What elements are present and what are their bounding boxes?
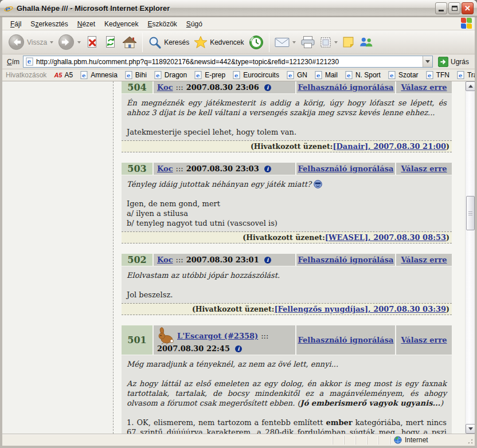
a5-logo-icon: A5 xyxy=(54,72,62,78)
quote-close: ) xyxy=(446,305,449,313)
links-bar-item-eurocircuits[interactable]: eEurocircuits xyxy=(233,71,279,79)
quote-prefix: (Hivatkozott üzenet: xyxy=(243,233,325,242)
print-icon xyxy=(300,36,315,49)
page-ie-icon: e xyxy=(25,57,34,66)
refresh-button[interactable] xyxy=(101,33,120,51)
search-label: Keresés xyxy=(164,38,189,46)
post-body: Én megnéznék egy játékmesterit is addig … xyxy=(122,94,452,140)
forward-dropdown-icon[interactable] xyxy=(77,41,81,44)
link-label: A5 xyxy=(64,71,73,79)
window-title: Ghalla Népe /// - Microsoft Internet Exp… xyxy=(17,4,434,13)
status-message-pane xyxy=(2,434,333,446)
quote-close: ) xyxy=(446,233,449,242)
links-bar-item-travian[interactable]: eTravian xyxy=(457,71,475,79)
address-dropdown-button[interactable] xyxy=(423,56,432,67)
links-bar-item-tfn[interactable]: eTFN xyxy=(426,71,449,79)
menu-fjl[interactable]: Fájl xyxy=(6,18,26,30)
info-icon[interactable]: i xyxy=(264,257,271,264)
quoted-message-link[interactable]: [WEASEL], 2007.08.30 08:53 xyxy=(325,233,446,242)
mail-button[interactable] xyxy=(272,35,298,50)
resize-grip[interactable] xyxy=(466,434,475,446)
status-pane xyxy=(333,436,344,445)
post-number: 503 xyxy=(122,163,153,175)
links-bar-item-nsport[interactable]: eN. Sport xyxy=(345,71,381,79)
history-button[interactable] xyxy=(247,33,266,52)
author-link[interactable]: Koc xyxy=(157,83,173,92)
links-bar-item-dragon[interactable]: eDragon xyxy=(154,71,187,79)
ignore-user-link[interactable]: Felhasználó ignorálása xyxy=(298,336,394,344)
quote-prefix: (Hivatkozott üzenet: xyxy=(192,305,275,313)
links-bar-item-gn[interactable]: eGN xyxy=(287,71,307,79)
info-icon[interactable]: i xyxy=(264,84,271,91)
status-pane xyxy=(378,436,390,445)
reply-link[interactable]: Válasz erre xyxy=(401,336,447,344)
links-bar-item-a5[interactable]: A5A5 xyxy=(54,71,73,79)
favorites-button[interactable]: Kedvencek xyxy=(191,34,246,51)
discuss-button[interactable] xyxy=(340,34,357,50)
title-bar[interactable]: e Ghalla Népe /// - Microsoft Internet E… xyxy=(0,0,477,17)
edit-page-button[interactable] xyxy=(318,35,340,50)
minimize-icon xyxy=(439,10,444,11)
minimize-button[interactable] xyxy=(435,2,447,14)
links-bar-item-szotar[interactable]: eSzotar xyxy=(388,71,419,79)
ignore-user-link[interactable]: Felhasználó ignorálása xyxy=(298,83,394,92)
address-input[interactable]: e http://ghalla.pbm.hu/comment.php?q=118… xyxy=(23,56,433,68)
post-author-cell: Koc ::: 2007.08.30 23:03i xyxy=(154,163,295,175)
ie-page-icon: e xyxy=(315,71,323,79)
reply-link[interactable]: Válasz erre xyxy=(401,256,447,264)
links-bar-item-mail[interactable]: eMail xyxy=(315,71,338,79)
ignore-user-link[interactable]: Felhasználó ignorálása xyxy=(298,164,394,173)
toolbar-separator xyxy=(269,33,269,52)
mail-dropdown-icon[interactable] xyxy=(292,41,296,44)
post-paragraph: Még maradjunk a tényeknél, az nem az övé… xyxy=(127,359,447,369)
home-button[interactable] xyxy=(120,34,139,51)
arrow-down-icon xyxy=(468,427,473,430)
links-bar-item-eprep[interactable]: eE-prep xyxy=(194,71,225,79)
stop-button[interactable] xyxy=(83,33,101,51)
messenger-button[interactable] xyxy=(357,34,376,50)
ignore-user-link[interactable]: Felhasználó ignorálása xyxy=(298,256,394,264)
menu-kedvencek[interactable]: Kedvencek xyxy=(100,18,143,30)
forum-posts: 504 Koc ::: 2007.08.30 23:06i Felhasznál… xyxy=(114,81,465,434)
search-button[interactable]: Keresés xyxy=(146,34,191,51)
quoted-message-link[interactable]: [Danair], 2007.08.30 21:00 xyxy=(333,142,446,151)
ie-page-icon: e xyxy=(287,71,295,79)
info-icon[interactable]: i xyxy=(264,166,271,172)
post-body: Még maradjunk a tényeknél, az nem az övé… xyxy=(122,355,452,434)
toolbar-separator xyxy=(142,33,143,52)
close-button[interactable]: ✕ xyxy=(462,2,474,14)
quote-close: ) xyxy=(446,142,449,151)
menu-eszkzk[interactable]: Eszközök xyxy=(143,18,181,30)
links-bar-item-amnesia[interactable]: eAmnesia xyxy=(80,71,118,79)
svg-text:e: e xyxy=(127,72,130,78)
scrollbar-thumb[interactable] xyxy=(466,196,475,230)
menu-nzet[interactable]: Nézet xyxy=(73,18,100,30)
author-link[interactable]: L'Escargot (#2358) xyxy=(177,332,258,340)
post-body: Elolvastam az utóbbi jópár hozzászólást.… xyxy=(122,266,452,303)
menu-szerkeszts[interactable]: Szerkesztés xyxy=(26,18,72,30)
links-bar-item-bihi[interactable]: eBihi xyxy=(125,71,147,79)
reply-link[interactable]: Válasz erre xyxy=(401,164,447,173)
print-button[interactable] xyxy=(298,34,318,50)
back-dropdown-icon[interactable] xyxy=(50,41,53,44)
maximize-button[interactable] xyxy=(448,2,460,14)
back-button[interactable]: Vissza xyxy=(6,32,56,52)
vertical-scrollbar[interactable] xyxy=(465,81,475,434)
author-link[interactable]: Koc xyxy=(157,256,173,264)
menu-bar: FájlSzerkesztésNézetKedvencekEszközökSúg… xyxy=(2,17,475,30)
forum-left-column xyxy=(2,81,114,434)
menu-sg[interactable]: Súgó xyxy=(182,18,207,30)
scroll-up-button[interactable] xyxy=(466,81,475,91)
post-number: 504 xyxy=(122,81,153,93)
forward-button[interactable] xyxy=(56,32,83,52)
edit-dropdown-icon[interactable] xyxy=(334,41,338,44)
go-button[interactable]: Ugrás xyxy=(436,56,472,68)
refresh-icon xyxy=(104,35,118,49)
reply-link[interactable]: Válasz erre xyxy=(401,83,447,92)
quoted-message-link[interactable]: [Fellengzős nyugdíjas], 2007.08.30 03:39 xyxy=(274,305,446,313)
author-link[interactable]: Koc xyxy=(157,164,173,173)
browser-window: e Ghalla Népe /// - Microsoft Internet E… xyxy=(0,0,477,448)
info-icon[interactable]: i xyxy=(235,345,242,352)
scroll-down-button[interactable] xyxy=(466,424,475,434)
post-author-cell: Koc ::: 2007.08.30 23:01i xyxy=(154,254,295,266)
